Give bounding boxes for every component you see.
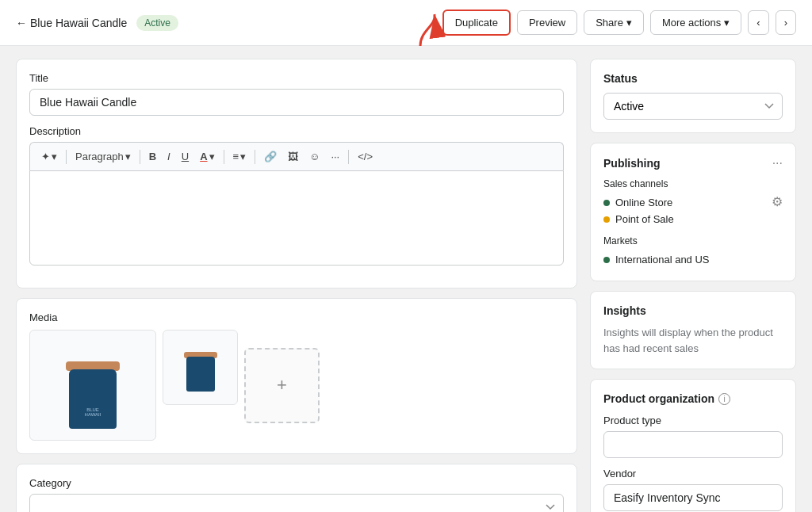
status-section-title: Status [603,72,783,85]
emoji-button[interactable]: ☺ [304,147,324,166]
underline-button[interactable]: U [177,147,193,166]
editor-toolbar: ✦ ▾ Paragraph ▾ B I [29,142,564,170]
media-label: Media [29,311,564,323]
description-label: Description [29,125,564,137]
toolbar-divider [66,150,67,164]
title-description-card: Title Description ✦ ▾ Paragraph [16,59,577,288]
left-column: Title Description ✦ ▾ Paragraph [16,59,577,512]
category-label: Category [29,477,564,489]
publishing-more-button[interactable]: ··· [772,156,783,170]
media-grid: BLUEHAWAII + [29,330,564,441]
link-icon: 🔗 [264,151,277,162]
vendor-input[interactable] [603,484,783,511]
candle-image-large: BLUEHAWAII [53,342,132,429]
main-content: Title Description ✦ ▾ Paragraph [0,46,812,512]
preview-button[interactable]: Preview [517,10,577,35]
title-label: Title [29,72,564,84]
candle-body: BLUEHAWAII [69,369,117,429]
back-arrow-icon: ← [16,17,27,29]
product-org-header: Product organization i [603,392,783,405]
paragraph-dropdown-button[interactable]: Paragraph ▾ [71,147,136,166]
international-us-label: International and US [615,254,710,266]
candle-image-small [178,344,222,392]
more-toolbar-button[interactable]: ··· [326,147,344,166]
status-card: Status Active Draft Archived [590,59,796,133]
category-card: Category Determines tax rates and adds m… [16,464,577,512]
product-org-title: Product organization [603,392,714,405]
status-badge: Active [136,15,178,31]
bold-button[interactable]: B [144,147,161,166]
sales-channels-label: Sales channels [603,178,783,189]
info-icon: i [718,393,730,405]
emoji-icon: ☺ [309,151,320,162]
description-field-group: Description ✦ ▾ Paragraph ▾ [29,125,564,266]
markets-dot [603,257,610,263]
media-item-small[interactable] [163,330,238,405]
page-header: ← Blue Hawaii Candle Active Duplicate Pr… [0,0,812,46]
image-button[interactable]: 🖼 [283,147,303,166]
chevron-down-icon: ▾ [52,151,57,162]
prev-nav-button[interactable]: ‹ [748,10,768,35]
header-actions: Duplicate Preview Share ▾ More actions ▾… [442,10,796,36]
publishing-title: Publishing [603,157,661,170]
text-color-button[interactable]: A ▾ [195,147,219,166]
italic-button[interactable]: I [163,147,175,166]
plus-icon: + [277,375,287,395]
chevron-down-icon: ▾ [626,17,632,29]
toolbar-divider-5 [348,150,349,164]
add-media-button[interactable]: + [244,348,320,423]
link-button[interactable]: 🔗 [259,147,282,166]
next-nav-button[interactable]: › [776,10,796,35]
product-org-card: Product organization i Product type Vend… [590,379,796,512]
text-color-icon: A [200,151,207,162]
magic-toolbar-button[interactable]: ✦ ▾ [36,147,62,166]
insights-card: Insights Insights will display when the … [590,291,796,369]
code-button[interactable]: </> [353,147,377,166]
media-card: Media BLUEHAWAII [16,298,577,454]
share-button[interactable]: Share ▾ [584,10,644,35]
chevron-down-icon: ▾ [209,151,215,162]
point-of-sale-item: Point of Sale [603,211,674,227]
page-title: Blue Hawaii Candle [30,17,127,29]
more-icon: ··· [772,156,783,170]
insights-title: Insights [603,304,783,317]
title-input[interactable] [29,89,564,116]
vendor-label: Vendor [603,468,783,480]
candle-label: BLUEHAWAII [85,407,102,417]
back-button[interactable]: ← Blue Hawaii Candle [16,17,127,29]
status-select[interactable]: Active Draft Archived [603,93,783,120]
media-item-large[interactable]: BLUEHAWAII [29,330,156,441]
insights-description: Insights will display when the product h… [603,325,783,356]
international-us-item: International and US [603,251,783,268]
description-editor[interactable] [29,170,564,266]
point-of-sale-label: Point of Sale [615,213,674,225]
channels-row: Online Store Point of Sale ⚙ [603,194,783,227]
more-icon: ··· [331,151,339,162]
category-select[interactable] [29,494,564,512]
chevron-down-icon: ▾ [724,17,730,29]
product-type-input[interactable] [603,431,783,458]
point-of-sale-dot [603,216,610,223]
vendor-group: Vendor [603,468,783,511]
magic-icon: ✦ [41,151,50,162]
publishing-card: Publishing ··· Sales channels Online Sto… [590,143,796,281]
product-type-group: Product type [603,415,783,458]
more-actions-button[interactable]: More actions ▾ [650,10,741,35]
chevron-down-icon: ▾ [125,151,131,162]
channels-list: Online Store Point of Sale [603,194,674,227]
toolbar-divider-2 [140,150,140,164]
right-column: Status Active Draft Archived Publishing … [590,59,796,512]
channels-settings-button[interactable]: ⚙ [772,194,783,209]
toolbar-divider-4 [255,150,255,164]
online-store-item: Online Store [603,194,674,211]
duplicate-button[interactable]: Duplicate [442,10,511,36]
align-button[interactable]: ≡ ▾ [228,147,251,166]
chevron-down-icon: ▾ [240,151,246,162]
online-store-dot [603,200,610,206]
product-type-label: Product type [603,415,783,426]
image-icon: 🖼 [288,151,298,162]
settings-icon: ⚙ [772,195,783,208]
markets-label: Markets [603,235,783,246]
toolbar-divider-3 [224,150,224,164]
online-store-label: Online Store [615,197,672,208]
